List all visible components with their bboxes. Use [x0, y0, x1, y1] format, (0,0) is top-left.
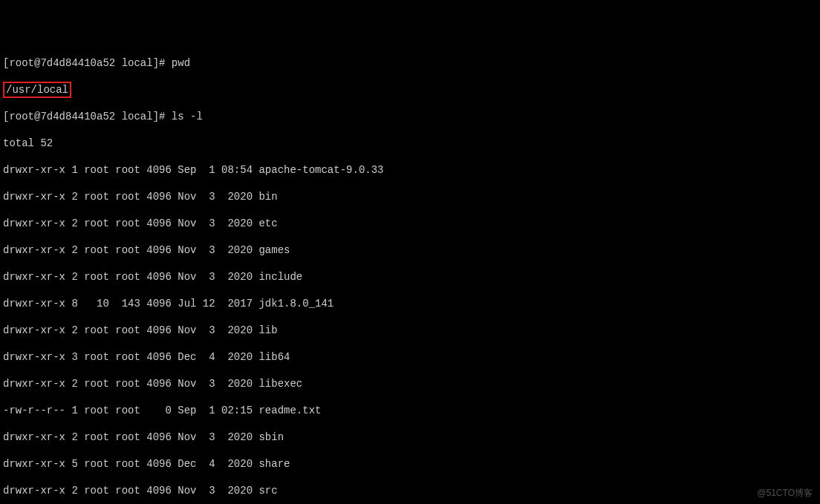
terminal-line: drwxr-xr-x 8 10 143 4096 Jul 12 2017 jdk… — [3, 297, 817, 310]
watermark-text: @51CTO博客 — [757, 486, 813, 500]
terminal-line: drwxr-xr-x 5 root root 4096 Dec 4 2020 s… — [3, 457, 817, 471]
terminal-line: [root@7d4d84410a52 local]# pwd — [3, 56, 817, 70]
highlight-annotation: /usr/local — [3, 82, 71, 98]
terminal-line: drwxr-xr-x 1 root root 4096 Sep 1 08:54 … — [3, 163, 817, 177]
terminal-line: -rw-r--r-- 1 root root 0 Sep 1 02:15 rea… — [3, 404, 817, 417]
terminal-line: drwxr-xr-x 2 root root 4096 Nov 3 2020 g… — [3, 243, 817, 257]
terminal-line: [root@7d4d84410a52 local]# ls -l — [3, 110, 817, 123]
terminal-line: drwxr-xr-x 2 root root 4096 Nov 3 2020 e… — [3, 217, 817, 230]
terminal-line: /usr/local — [3, 83, 817, 96]
terminal-line: total 52 — [3, 137, 817, 150]
terminal-line: drwxr-xr-x 2 root root 4096 Nov 3 2020 l… — [3, 324, 817, 337]
terminal-line: drwxr-xr-x 2 root root 4096 Nov 3 2020 l… — [3, 377, 817, 390]
terminal-line: drwxr-xr-x 2 root root 4096 Nov 3 2020 i… — [3, 270, 817, 284]
terminal-line: drwxr-xr-x 2 root root 4096 Nov 3 2020 b… — [3, 190, 817, 203]
terminal-line: drwxr-xr-x 2 root root 4096 Nov 3 2020 s… — [3, 431, 817, 444]
terminal-line: drwxr-xr-x 2 root root 4096 Nov 3 2020 s… — [3, 484, 817, 497]
terminal-line: drwxr-xr-x 3 root root 4096 Dec 4 2020 l… — [3, 350, 817, 364]
